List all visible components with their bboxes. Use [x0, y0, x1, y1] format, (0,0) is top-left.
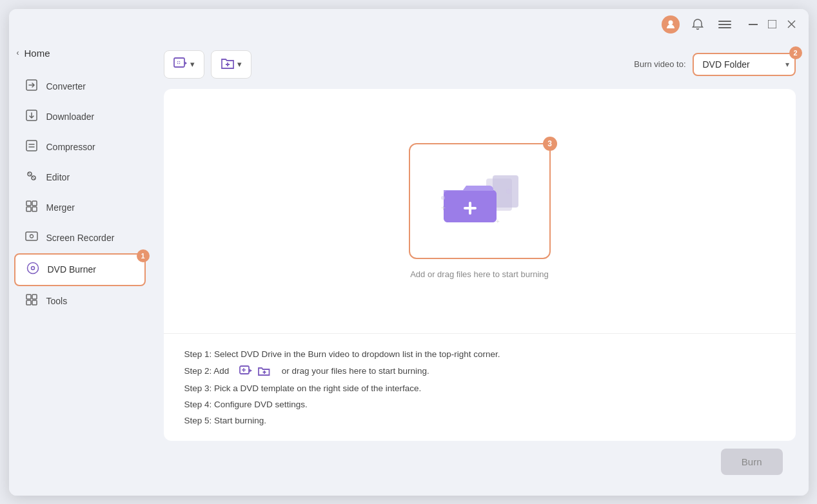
instruction-step3: Step 3: Pick a DVD template on the right…: [184, 383, 775, 393]
screen-recorder-label: Screen Recorder: [46, 233, 115, 243]
toolbar: ▾ ▾ Burn: [164, 50, 796, 79]
title-bar: [9, 9, 809, 40]
burn-video-label: Burn video to:: [634, 59, 685, 69]
sidebar-item-dvd-burner[interactable]: DVD Burner 1: [14, 253, 146, 286]
app-window: ‹ Home Converter: [9, 9, 809, 496]
instruction-step2: Step 2: Add: [184, 365, 775, 377]
inline-add-folder-icon: [257, 365, 271, 377]
add-video-button[interactable]: ▾: [164, 50, 204, 79]
svg-rect-16: [26, 207, 31, 211]
drop-zone-inner[interactable]: 3 +: [409, 143, 551, 259]
svg-rect-10: [26, 141, 37, 151]
add-folder-icon: [221, 56, 235, 73]
home-nav[interactable]: ‹ Home: [9, 40, 151, 72]
maximize-button[interactable]: [766, 18, 779, 31]
sidebar-item-merger[interactable]: Merger: [9, 193, 151, 223]
bell-icon[interactable]: [689, 15, 707, 34]
instructions: Step 1: Select DVD Drive in the Burn vid…: [164, 334, 796, 441]
compressor-label: Compressor: [46, 142, 95, 152]
svg-rect-1: [718, 21, 731, 22]
sidebar: ‹ Home Converter: [9, 40, 151, 496]
svg-rect-3: [718, 27, 731, 28]
drop-zone-text: Add or drag files here to start burning: [410, 269, 549, 279]
instruction-step1: Step 1: Select DVD Drive in the Burn vid…: [184, 349, 775, 359]
main-content: ‹ Home Converter: [9, 40, 809, 496]
main-panel: 3 +: [164, 89, 796, 441]
svg-point-20: [27, 262, 38, 273]
svg-point-19: [30, 235, 33, 238]
editor-icon: [25, 170, 39, 186]
svg-rect-17: [32, 207, 37, 211]
svg-rect-14: [26, 201, 31, 206]
svg-rect-22: [26, 295, 31, 299]
toolbar-left: ▾ ▾: [164, 50, 251, 79]
downloader-icon: [25, 109, 39, 125]
svg-rect-4: [749, 24, 758, 25]
svg-point-38: [441, 196, 445, 200]
drop-zone-badge: 3: [543, 137, 557, 151]
converter-icon: [25, 79, 39, 95]
svg-rect-15: [32, 201, 37, 206]
inline-add-video-icon: [239, 365, 253, 377]
dvd-burner-badge: 1: [137, 249, 150, 262]
sidebar-item-screen-recorder[interactable]: Screen Recorder: [9, 223, 151, 253]
footer: Burn: [164, 441, 796, 483]
instruction-step5: Step 5: Start burning.: [184, 416, 775, 425]
sidebar-item-compressor[interactable]: Compressor: [9, 132, 151, 162]
content-area: ▾ ▾ Burn: [151, 40, 809, 496]
burn-select-badge: 2: [789, 46, 802, 59]
tools-icon: [25, 293, 39, 309]
svg-point-39: [506, 189, 511, 194]
toolbar-right: Burn video to: 2 DVD Folder DVD Disc ISO…: [634, 53, 795, 76]
merger-icon: [25, 200, 39, 216]
window-controls: [747, 18, 798, 31]
burn-select-wrapper: 2 DVD Folder DVD Disc ISO File ▾: [693, 53, 796, 76]
instruction-step4: Step 4: Configure DVD settings.: [184, 400, 775, 409]
drop-zone[interactable]: 3 +: [164, 89, 796, 334]
close-button[interactable]: [785, 18, 798, 31]
svg-text:+: +: [441, 204, 446, 213]
folder-illustration: + +: [438, 166, 522, 237]
svg-rect-18: [26, 232, 37, 240]
tools-label: Tools: [46, 296, 68, 306]
svg-rect-24: [26, 300, 31, 305]
dvd-burner-label: DVD Burner: [48, 264, 96, 275]
merger-label: Merger: [46, 202, 75, 213]
svg-rect-25: [32, 300, 37, 305]
home-label: Home: [25, 48, 50, 59]
converter-label: Converter: [46, 81, 86, 92]
sidebar-item-tools[interactable]: Tools: [9, 286, 151, 316]
add-folder-button[interactable]: ▾: [211, 50, 251, 79]
downloader-label: Downloader: [46, 111, 95, 122]
editor-label: Editor: [46, 172, 70, 182]
compressor-icon: [25, 139, 39, 155]
minimize-button[interactable]: [747, 18, 760, 31]
burn-button[interactable]: Burn: [721, 449, 783, 475]
svg-rect-5: [768, 20, 776, 28]
dvd-burner-icon: [26, 262, 40, 278]
user-icon[interactable]: [662, 15, 680, 34]
sidebar-item-converter[interactable]: Converter: [9, 72, 151, 102]
screen-recorder-icon: [25, 230, 39, 246]
svg-point-0: [668, 20, 673, 24]
hamburger-menu-icon[interactable]: [716, 15, 734, 34]
svg-rect-23: [32, 295, 37, 299]
svg-text:+: +: [496, 218, 500, 225]
title-bar-icons: [662, 15, 734, 34]
back-arrow-icon: ‹: [17, 48, 19, 57]
svg-rect-2: [718, 24, 731, 25]
add-video-icon: [173, 56, 188, 73]
burn-destination-select[interactable]: DVD Folder DVD Disc ISO File: [693, 53, 796, 76]
svg-point-21: [31, 266, 34, 269]
sidebar-item-downloader[interactable]: Downloader: [9, 102, 151, 132]
sidebar-item-editor[interactable]: Editor: [9, 162, 151, 193]
